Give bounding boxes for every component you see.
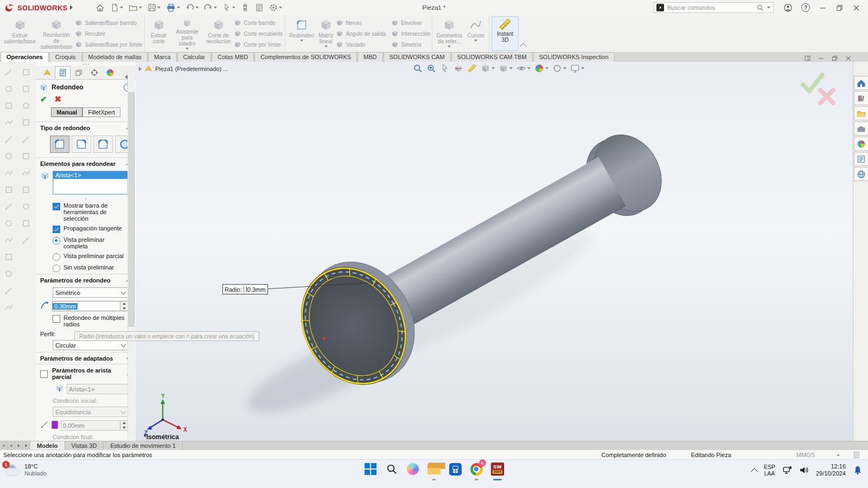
breadcrumb-text[interactable]: Pieza1 (Predeterminado) ... xyxy=(155,66,228,72)
radio-selected-icon[interactable] xyxy=(53,237,60,245)
file-properties-button[interactable] xyxy=(253,2,266,14)
fillet-constant-button[interactable] xyxy=(50,136,69,153)
envolver-button[interactable]: Envolver xyxy=(391,19,430,27)
tool-icon[interactable] xyxy=(20,150,33,162)
tool-icon[interactable] xyxy=(20,217,33,229)
saliente-limite-button[interactable]: Saliente/Base por límite xyxy=(75,41,142,48)
partial-edge-field[interactable]: Arista<1> xyxy=(67,384,128,394)
help-icon[interactable]: ? xyxy=(801,3,810,12)
display-style-icon[interactable] xyxy=(498,63,513,74)
matriz-lineal-button[interactable]: Matriz lineal xyxy=(317,16,335,51)
radio-icon[interactable] xyxy=(53,265,60,272)
tool-icon[interactable] xyxy=(20,167,33,179)
section-parametros-adaptados[interactable]: Parámetros de adaptados xyxy=(36,352,136,364)
forum-tab-icon[interactable] xyxy=(854,167,868,181)
dimxpertmanager-tab[interactable] xyxy=(86,66,102,79)
store-button[interactable] xyxy=(448,462,462,476)
checkbox-checked-icon[interactable] xyxy=(53,226,60,233)
checkbox-checked-icon[interactable] xyxy=(53,203,60,210)
caret-icon[interactable] xyxy=(581,67,584,69)
show-selection-toolbar-row[interactable]: Mostrar barra de herramientas de selecci… xyxy=(36,201,136,223)
tool-icon[interactable] xyxy=(20,117,33,129)
restore-icon[interactable] xyxy=(835,4,844,12)
no-preview-radio-row[interactable]: Sin vista preliminar xyxy=(36,262,136,274)
panel-grip[interactable] xyxy=(36,62,136,66)
tab-sw-inspection[interactable]: SOLIDWORKS Inspection xyxy=(533,52,615,62)
redondeo-button[interactable]: Redondeo xyxy=(288,16,316,51)
language-indicator[interactable]: ESP LAA xyxy=(764,464,775,477)
configurationmanager-tab[interactable] xyxy=(71,66,86,79)
revolucion-saliente-button[interactable]: Revolución de saliente/base xyxy=(39,16,74,51)
caret-icon[interactable] xyxy=(492,67,495,69)
tab-sw-cam[interactable]: SOLIDWORKS CAM xyxy=(384,52,451,62)
options-button[interactable] xyxy=(267,2,284,14)
solidworks-taskbar-button[interactable]: SW2024 xyxy=(490,462,505,476)
tab-sw-cam-tbm[interactable]: SOLIDWORKS CAM TBM xyxy=(451,52,533,62)
corte-limite-button[interactable]: Corte por límite xyxy=(234,41,283,48)
tool-icon[interactable] xyxy=(2,201,15,213)
zoom-to-fit-icon[interactable] xyxy=(412,63,423,74)
resources-tab-icon[interactable] xyxy=(854,91,868,105)
network-icon[interactable] xyxy=(782,465,792,475)
dynamic-annotation-icon[interactable] xyxy=(467,63,477,74)
weather-widget[interactable]: 1 18°C Nublado xyxy=(4,463,47,477)
spin-up-icon[interactable] xyxy=(123,303,126,305)
listbox-resize-grip[interactable] xyxy=(36,196,136,201)
tool-icon[interactable] xyxy=(2,184,15,196)
taladro-caret-icon[interactable] xyxy=(186,48,189,50)
offset1-spinner[interactable] xyxy=(120,421,127,430)
instant-3d-button[interactable]: Instant 3D xyxy=(492,16,519,51)
tab-calcular[interactable]: Calcular xyxy=(177,52,211,62)
tool-icon[interactable] xyxy=(20,100,33,112)
minimize-icon[interactable] xyxy=(819,4,827,12)
select-button[interactable] xyxy=(220,2,238,14)
checkbox-icon[interactable] xyxy=(40,370,48,378)
caret-icon[interactable] xyxy=(545,67,548,69)
tool-icon[interactable] xyxy=(2,100,15,112)
nervio-button[interactable]: Nervio xyxy=(336,19,386,27)
caret-icon[interactable] xyxy=(527,67,531,69)
start-button[interactable] xyxy=(363,462,378,476)
corte-recubierto-button[interactable]: Corte recubierto xyxy=(234,30,283,37)
tab-prev-icon[interactable] xyxy=(8,441,15,450)
section-view-icon[interactable] xyxy=(453,63,464,74)
clock-widget[interactable]: 12:16 29/10/2024 xyxy=(816,463,846,477)
tool-icon[interactable] xyxy=(20,133,33,145)
tool-icon[interactable] xyxy=(2,83,15,95)
angul-salida-button[interactable]: Ángulo de salida xyxy=(336,30,386,37)
previous-view-icon[interactable] xyxy=(439,63,450,74)
save-button[interactable] xyxy=(145,2,163,14)
recubrir-button[interactable]: Recubrir xyxy=(75,30,142,37)
tool-icon[interactable] xyxy=(20,83,33,95)
tool-icon[interactable] xyxy=(20,234,33,246)
corte-revolucion-button[interactable]: Corte de revolución xyxy=(204,16,233,51)
account-icon[interactable] xyxy=(783,3,793,12)
radio-icon[interactable] xyxy=(53,253,60,261)
interseccion-button[interactable]: Intersección xyxy=(391,30,430,37)
offset1-input[interactable]: 0.00mm xyxy=(61,420,128,431)
new-document-button[interactable] xyxy=(108,2,125,14)
notification-bell-icon[interactable] xyxy=(853,465,863,475)
search-caret-icon[interactable] xyxy=(767,7,770,9)
apply-scene-icon[interactable] xyxy=(552,63,567,74)
edge-list-item[interactable]: Arista<1> xyxy=(53,171,127,179)
units-caret-icon[interactable] xyxy=(837,454,840,456)
tangent-propagation-row[interactable]: Propagación tangente xyxy=(36,223,136,235)
caret-icon[interactable] xyxy=(563,67,566,69)
pm-ok-icon[interactable]: ✔ xyxy=(40,94,47,104)
spin-down-icon[interactable] xyxy=(123,307,126,310)
print-caret-icon[interactable] xyxy=(177,7,180,9)
home-tab-icon[interactable] xyxy=(854,76,868,90)
search-button[interactable] xyxy=(385,462,399,476)
home-button[interactable] xyxy=(93,2,107,14)
asistente-taladro-button[interactable]: Asistente para taladro xyxy=(171,16,203,51)
volume-icon[interactable] xyxy=(799,465,809,475)
tab-croquis[interactable]: Croquis xyxy=(49,52,82,62)
propertymanager-tab[interactable] xyxy=(55,66,71,79)
multi-radius-row[interactable]: Redondeo de múltiples radios xyxy=(36,313,136,329)
fillet-variable-button[interactable] xyxy=(72,136,91,153)
saliente-barrido-button[interactable]: Saliente/Base barrido xyxy=(75,19,142,27)
save-caret-icon[interactable] xyxy=(157,7,161,9)
full-preview-radio-row[interactable]: Vista preliminar completa xyxy=(36,235,136,251)
close-icon[interactable] xyxy=(852,4,860,12)
